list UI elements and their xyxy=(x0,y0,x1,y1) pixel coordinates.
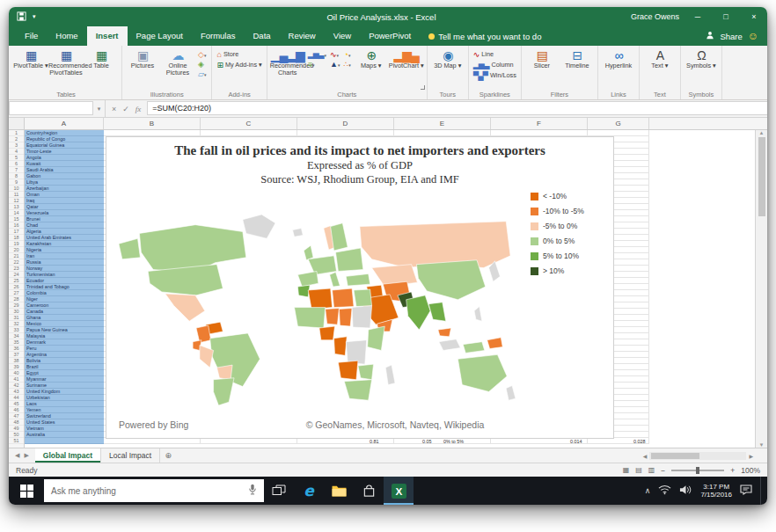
tray-chevron-up-icon[interactable]: ∧ xyxy=(645,486,651,495)
name-box-dropdown-icon[interactable]: ▾ xyxy=(93,100,106,117)
row-header-41[interactable]: 41 xyxy=(9,376,24,383)
share-button[interactable]: Share xyxy=(720,32,742,41)
row-header-51[interactable]: 51 xyxy=(9,438,24,444)
cell-a28[interactable]: Niger xyxy=(25,296,104,302)
quick-access-dropdown-icon[interactable]: ▾ xyxy=(33,13,36,20)
cell-a20[interactable]: Nigeria xyxy=(25,247,104,253)
row-header-44[interactable]: 44 xyxy=(9,395,24,401)
pivottable-button[interactable]: ▦PivotTable ▾ xyxy=(13,47,48,69)
maximize-button[interactable]: □ xyxy=(716,12,736,21)
store-button[interactable]: ⌂Store xyxy=(216,50,261,59)
store-taskbar-icon[interactable] xyxy=(354,477,384,505)
cell-a27[interactable]: Colombia xyxy=(25,290,104,296)
minimize-button[interactable]: ─ xyxy=(688,12,707,21)
cell-a21[interactable]: Iran xyxy=(25,253,104,259)
ribbon-tab-view[interactable]: View xyxy=(325,26,360,46)
chart-column-button[interactable]: ▂▅▃▾ xyxy=(308,51,326,59)
cell-a23[interactable]: Norway xyxy=(25,266,104,272)
row-header-19[interactable]: 19 xyxy=(9,241,24,247)
cell-a49[interactable]: Vietnam xyxy=(25,426,104,432)
cell-a46[interactable]: Yemen xyxy=(25,407,104,413)
cell-a48[interactable]: United States xyxy=(25,419,104,426)
row-header-6[interactable]: 6 xyxy=(9,161,24,167)
row-header-40[interactable]: 40 xyxy=(9,370,24,376)
scroll-up-icon[interactable]: ▲ xyxy=(759,130,765,135)
maps-button[interactable]: ⊕Maps ▾ xyxy=(354,47,389,69)
row-header-15[interactable]: 15 xyxy=(9,216,24,222)
row-header-45[interactable]: 45 xyxy=(9,401,24,407)
row-header-25[interactable]: 25 xyxy=(9,278,24,284)
pictures-button[interactable]: ▣Pictures xyxy=(125,47,160,69)
cell-a39[interactable]: Brazil xyxy=(25,364,104,370)
ribbon-tab-home[interactable]: Home xyxy=(47,26,86,46)
cell-a5[interactable]: Angola xyxy=(25,155,104,161)
my-add-ins-button[interactable]: ⊞My Add-ins ▾ xyxy=(216,61,261,69)
row-header-23[interactable]: 23 xyxy=(9,266,24,272)
row-header-37[interactable]: 37 xyxy=(9,352,24,358)
cell-a44[interactable]: Uzbekistan xyxy=(25,395,104,401)
cell-a19[interactable]: Kazakhstan xyxy=(25,241,104,247)
clock[interactable]: 3:17 PM 7/15/2016 xyxy=(700,483,732,499)
column-button[interactable]: ▂▅▃Column xyxy=(473,61,516,69)
sheet-nav-right-icon[interactable]: ▶ xyxy=(24,452,28,459)
timeline-button[interactable]: ⊟Timeline xyxy=(560,47,595,69)
row-header-18[interactable]: 18 xyxy=(9,235,24,241)
row-header-21[interactable]: 21 xyxy=(9,253,24,259)
sheet-tab-local-impact[interactable]: Local Impact xyxy=(101,448,160,463)
sheet-tab-global-impact[interactable]: Global Impact xyxy=(35,448,101,463)
chart-area-button[interactable]: ▲▾ xyxy=(330,61,340,69)
ribbon-tab-data[interactable]: Data xyxy=(244,26,279,46)
edge-taskbar-icon[interactable]: e xyxy=(294,477,324,505)
ribbon-tab-insert[interactable]: Insert xyxy=(87,26,128,46)
cell-a41[interactable]: Myanmar xyxy=(25,376,104,383)
cell-a12[interactable]: Iraq xyxy=(25,198,104,204)
column-header-d[interactable]: D xyxy=(297,118,394,129)
slicer-button[interactable]: ▤Slicer xyxy=(524,47,560,69)
enter-icon[interactable]: ✓ xyxy=(122,105,129,113)
start-button[interactable] xyxy=(9,477,44,505)
column-header-g[interactable]: G xyxy=(588,118,649,129)
row-header-7[interactable]: 7 xyxy=(9,167,24,173)
dialog-launcher-icon[interactable] xyxy=(421,85,425,90)
row-header-14[interactable]: 14 xyxy=(9,210,24,216)
row-header-9[interactable]: 9 xyxy=(9,179,24,186)
hscroll-right-icon[interactable]: ▶ xyxy=(749,453,753,459)
row-header-16[interactable]: 16 xyxy=(9,222,24,229)
row-header-22[interactable]: 22 xyxy=(9,259,24,266)
cell-a45[interactable]: Laos xyxy=(25,401,104,407)
3d-map-button[interactable]: ◉3D Map ▾ xyxy=(430,47,465,69)
row-header-28[interactable]: 28 xyxy=(9,296,24,302)
row-header-38[interactable]: 38 xyxy=(9,358,24,364)
file-explorer-taskbar-icon[interactable] xyxy=(324,477,354,505)
horizontal-scrollbar[interactable] xyxy=(649,452,746,460)
spreadsheet-grid[interactable]: 1234567891011121314151617181920212223242… xyxy=(9,130,767,448)
cell-a17[interactable]: Algeria xyxy=(25,229,104,235)
row-header-8[interactable]: 8 xyxy=(9,173,24,179)
insert-function-icon[interactable]: fx xyxy=(135,105,142,113)
cell-a37[interactable]: Argentina xyxy=(25,352,104,358)
cell-a22[interactable]: Russia xyxy=(25,259,104,266)
row-header-27[interactable]: 27 xyxy=(9,290,24,296)
action-center-icon[interactable] xyxy=(740,483,752,499)
cell-a36[interactable]: Peru xyxy=(25,346,104,352)
vertical-scrollbar-thumb[interactable] xyxy=(758,137,765,216)
signed-in-user[interactable]: Grace Owens xyxy=(631,12,679,21)
row-header-49[interactable]: 49 xyxy=(9,426,24,432)
row-header-10[interactable]: 10 xyxy=(9,186,24,192)
cell-a40[interactable]: Egypt xyxy=(25,370,104,376)
row-header-47[interactable]: 47 xyxy=(9,413,24,419)
row-header-26[interactable]: 26 xyxy=(9,284,24,290)
chart-scatter-button[interactable]: ∴▾ xyxy=(344,61,351,69)
ribbon-tab-file[interactable]: File xyxy=(16,26,47,46)
map-chart[interactable]: The fall in oil prices and its impact to… xyxy=(106,136,614,439)
win-loss-button[interactable]: ▀▄▀Win/Loss xyxy=(473,71,516,80)
cell-a1[interactable]: Country/region xyxy=(25,130,104,136)
page-break-view-icon[interactable]: ▥ xyxy=(648,466,655,474)
row-header-12[interactable]: 12 xyxy=(9,198,24,204)
pivotchart-button[interactable]: ▂▆▄PivotChart ▾ xyxy=(389,47,424,69)
cell-a42[interactable]: Suriname xyxy=(25,383,104,389)
row-header-34[interactable]: 34 xyxy=(9,333,24,339)
text-button[interactable]: AText ▾ xyxy=(642,47,677,69)
cell-a31[interactable]: Ghana xyxy=(25,315,104,321)
zoom-slider-thumb[interactable] xyxy=(696,467,699,474)
